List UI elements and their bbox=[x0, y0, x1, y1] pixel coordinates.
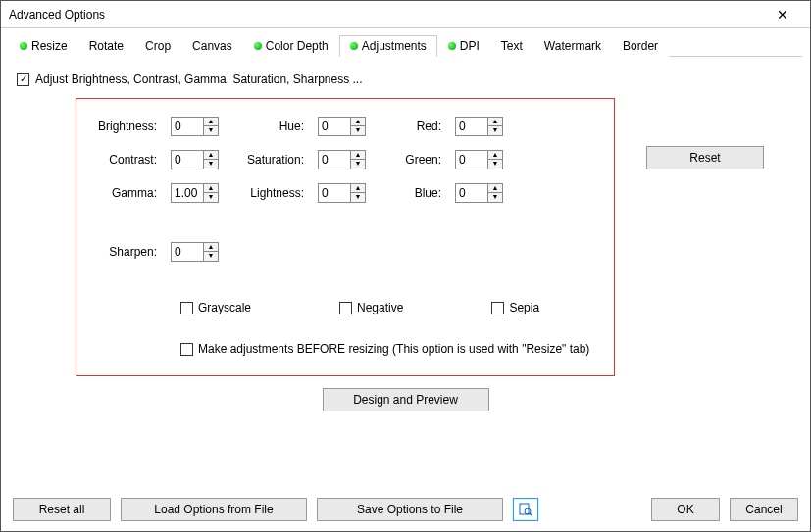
dot-icon bbox=[254, 42, 262, 50]
tab-dpi[interactable]: DPI bbox=[437, 35, 490, 57]
tab-colordepth[interactable]: Color Depth bbox=[243, 35, 339, 57]
saturation-stepper[interactable]: ▲▼ bbox=[318, 150, 377, 169]
before-resize-checkbox[interactable] bbox=[180, 343, 193, 356]
up-icon[interactable]: ▲ bbox=[488, 151, 502, 160]
red-stepper[interactable]: ▲▼ bbox=[455, 117, 514, 136]
up-icon[interactable]: ▲ bbox=[204, 151, 218, 160]
gamma-label: Gamma: bbox=[92, 186, 161, 200]
red-input[interactable] bbox=[455, 117, 488, 136]
hue-label: Hue: bbox=[239, 120, 308, 133]
main-checkbox[interactable]: ✓ bbox=[17, 73, 29, 86]
blue-stepper[interactable]: ▲▼ bbox=[455, 183, 514, 203]
titlebar: Advanced Options ✕ bbox=[1, 1, 810, 28]
grayscale-label: Grayscale bbox=[198, 301, 251, 314]
contrast-stepper[interactable]: ▲▼ bbox=[171, 150, 229, 169]
green-input[interactable] bbox=[455, 150, 488, 169]
down-icon[interactable]: ▼ bbox=[204, 193, 218, 202]
saturation-input[interactable] bbox=[318, 150, 351, 169]
tab-rotate[interactable]: Rotate bbox=[78, 35, 134, 57]
reset-all-button[interactable]: Reset all bbox=[13, 498, 111, 521]
sharpen-input[interactable] bbox=[171, 242, 204, 262]
tab-canvas[interactable]: Canvas bbox=[181, 35, 243, 57]
contrast-input[interactable] bbox=[171, 150, 204, 169]
reset-button[interactable]: Reset bbox=[646, 146, 764, 169]
red-label: Red: bbox=[386, 120, 445, 133]
main-checkbox-label: Adjust Brightness, Contrast, Gamma, Satu… bbox=[35, 73, 363, 86]
brightness-label: Brightness: bbox=[92, 120, 161, 133]
lightness-label: Lightness: bbox=[239, 186, 308, 200]
green-label: Green: bbox=[386, 153, 445, 167]
gamma-input[interactable] bbox=[171, 183, 204, 203]
cancel-button[interactable]: Cancel bbox=[730, 498, 798, 521]
up-icon[interactable]: ▲ bbox=[488, 184, 502, 193]
down-icon[interactable]: ▼ bbox=[204, 252, 218, 261]
lightness-stepper[interactable]: ▲▼ bbox=[318, 183, 377, 203]
hue-input[interactable] bbox=[318, 117, 351, 136]
magnifier-icon bbox=[519, 503, 532, 516]
up-icon[interactable]: ▲ bbox=[351, 151, 365, 160]
sepia-label: Sepia bbox=[509, 301, 539, 314]
adjustments-panel: Brightness: ▲▼ Hue: ▲▼ Red: ▲▼ Contrast:… bbox=[76, 98, 615, 376]
up-icon[interactable]: ▲ bbox=[351, 118, 365, 126]
contrast-label: Contrast: bbox=[92, 153, 161, 167]
tab-adjustments[interactable]: Adjustments bbox=[339, 35, 437, 57]
down-icon[interactable]: ▼ bbox=[204, 126, 218, 135]
dot-icon bbox=[448, 42, 456, 50]
preview-icon-button[interactable] bbox=[513, 498, 538, 521]
sepia-checkbox[interactable] bbox=[491, 302, 504, 314]
close-icon[interactable]: ✕ bbox=[763, 7, 802, 23]
tab-crop[interactable]: Crop bbox=[134, 35, 181, 57]
blue-label: Blue: bbox=[386, 186, 445, 200]
blue-input[interactable] bbox=[455, 183, 488, 203]
down-icon[interactable]: ▼ bbox=[488, 160, 502, 169]
up-icon[interactable]: ▲ bbox=[351, 184, 365, 193]
down-icon[interactable]: ▼ bbox=[351, 126, 365, 135]
tab-resize[interactable]: Resize bbox=[9, 35, 78, 57]
brightness-stepper[interactable]: ▲▼ bbox=[171, 117, 229, 136]
main-checkbox-row: ✓ Adjust Brightness, Contrast, Gamma, Sa… bbox=[17, 73, 794, 86]
sharpen-stepper[interactable]: ▲▼ bbox=[171, 242, 229, 262]
tab-text[interactable]: Text bbox=[490, 35, 533, 57]
down-icon[interactable]: ▼ bbox=[488, 193, 502, 202]
before-resize-label: Make adjustments BEFORE resizing (This o… bbox=[198, 342, 589, 356]
content: ✓ Adjust Brightness, Contrast, Gamma, Sa… bbox=[1, 57, 810, 421]
svg-line-2 bbox=[530, 513, 532, 515]
up-icon[interactable]: ▲ bbox=[204, 184, 218, 193]
design-preview-button[interactable]: Design and Preview bbox=[323, 388, 489, 411]
negative-label: Negative bbox=[357, 301, 403, 314]
dot-icon bbox=[20, 42, 27, 50]
brightness-input[interactable] bbox=[171, 117, 204, 136]
up-icon[interactable]: ▲ bbox=[204, 118, 218, 126]
hue-stepper[interactable]: ▲▼ bbox=[318, 117, 377, 136]
ok-button[interactable]: OK bbox=[651, 498, 720, 521]
down-icon[interactable]: ▼ bbox=[351, 193, 365, 202]
down-icon[interactable]: ▼ bbox=[204, 160, 218, 169]
window-title: Advanced Options bbox=[9, 8, 105, 22]
save-options-button[interactable]: Save Options to File bbox=[317, 498, 503, 521]
up-icon[interactable]: ▲ bbox=[488, 118, 502, 126]
tabs: Resize Rotate Crop Canvas Color Depth Ad… bbox=[9, 34, 802, 57]
saturation-label: Saturation: bbox=[239, 153, 308, 167]
gamma-stepper[interactable]: ▲▼ bbox=[171, 183, 229, 203]
down-icon[interactable]: ▼ bbox=[351, 160, 365, 169]
dot-icon bbox=[350, 42, 358, 50]
green-stepper[interactable]: ▲▼ bbox=[455, 150, 514, 169]
down-icon[interactable]: ▼ bbox=[488, 126, 502, 135]
up-icon[interactable]: ▲ bbox=[204, 243, 218, 252]
tab-border[interactable]: Border bbox=[612, 35, 669, 57]
grayscale-checkbox[interactable] bbox=[180, 302, 193, 314]
tab-watermark[interactable]: Watermark bbox=[533, 35, 612, 57]
bottom-bar: Reset all Load Options from File Save Op… bbox=[1, 498, 810, 521]
negative-checkbox[interactable] bbox=[339, 302, 352, 314]
sharpen-label: Sharpen: bbox=[92, 245, 161, 259]
lightness-input[interactable] bbox=[318, 183, 351, 203]
load-options-button[interactable]: Load Options from File bbox=[121, 498, 307, 521]
